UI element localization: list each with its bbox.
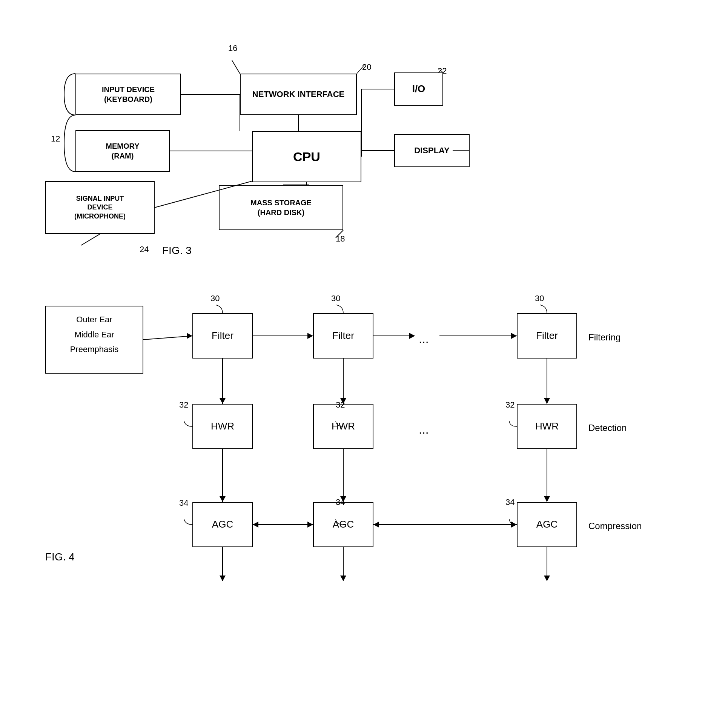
svg-line-1 xyxy=(232,60,240,74)
svg-marker-22 xyxy=(409,333,415,339)
label-24: 24 xyxy=(140,245,149,254)
label-12: 12 xyxy=(51,134,60,144)
io-box: I/O xyxy=(394,72,443,106)
svg-marker-41 xyxy=(373,522,379,528)
input-device-box: INPUT DEVICE(KEYBOARD) xyxy=(75,74,181,115)
label-18: 18 xyxy=(336,234,345,244)
network-interface-box: NETWORK INTERFACE xyxy=(240,74,357,115)
svg-marker-48 xyxy=(544,576,550,581)
hwr-box-1: HWR xyxy=(192,404,253,449)
filter-box-1: Filter xyxy=(192,313,253,359)
svg-marker-26 xyxy=(220,398,226,404)
svg-line-17 xyxy=(143,336,192,340)
hwr-box-3: HWR xyxy=(517,404,577,449)
fig4-label-30c: 30 xyxy=(535,294,544,303)
label-16: 16 xyxy=(228,43,237,53)
agc-box-1: AGC xyxy=(192,502,253,547)
svg-marker-18 xyxy=(187,333,192,339)
filter-box-3: Filter xyxy=(517,313,577,359)
display-box: DISPLAY xyxy=(394,134,470,167)
detection-label: Detection xyxy=(588,423,627,433)
mass-storage-box: MASS STORAGE(HARD DISK) xyxy=(219,185,343,230)
label-20: 20 xyxy=(362,62,371,72)
fig4-label-32a: 32 xyxy=(179,400,188,410)
signal-input-box: SIGNAL INPUTDEVICE(MICROPHONE) xyxy=(45,181,155,234)
compression-label: Compression xyxy=(588,521,642,531)
svg-marker-20 xyxy=(307,333,313,339)
memory-box: MEMORY(RAM) xyxy=(75,130,170,172)
svg-marker-30 xyxy=(544,398,550,404)
ellipsis-filter: ... xyxy=(419,332,429,346)
diagram-container: 16 20 22 12 10 14 18 24 FIG. 3 CPU NETWO… xyxy=(0,0,728,711)
svg-marker-39 xyxy=(307,522,313,528)
fig4-label-32b: 32 xyxy=(336,400,345,410)
svg-marker-24 xyxy=(511,333,517,339)
hwr-box-2: HWR xyxy=(313,404,373,449)
svg-line-13 xyxy=(81,234,100,245)
fig4-label-34b: 34 xyxy=(336,497,345,507)
agc-box-3: AGC xyxy=(517,502,577,547)
agc-box-2: AGC xyxy=(313,502,373,547)
ear-box: Outer Ear Middle Ear Preemphasis xyxy=(45,306,143,374)
fig4-label-34c: 34 xyxy=(505,497,515,507)
svg-marker-42 xyxy=(511,522,517,528)
svg-marker-36 xyxy=(544,496,550,502)
fig4-label-30a: 30 xyxy=(210,294,220,303)
fig4-label-34a: 34 xyxy=(179,498,188,508)
svg-marker-32 xyxy=(220,496,226,502)
ellipsis-hwr: ... xyxy=(419,423,429,437)
filter-box-2: Filter xyxy=(313,313,373,359)
fig4-label-30b: 30 xyxy=(331,294,340,303)
fig4-label: FIG. 4 xyxy=(45,551,75,563)
svg-marker-38 xyxy=(253,522,258,528)
svg-marker-44 xyxy=(220,576,226,581)
cpu-box: CPU xyxy=(252,131,361,182)
filtering-label: Filtering xyxy=(588,332,620,343)
svg-marker-46 xyxy=(340,576,346,581)
fig3-label: FIG. 3 xyxy=(162,245,192,257)
fig4-label-32c: 32 xyxy=(505,400,515,410)
